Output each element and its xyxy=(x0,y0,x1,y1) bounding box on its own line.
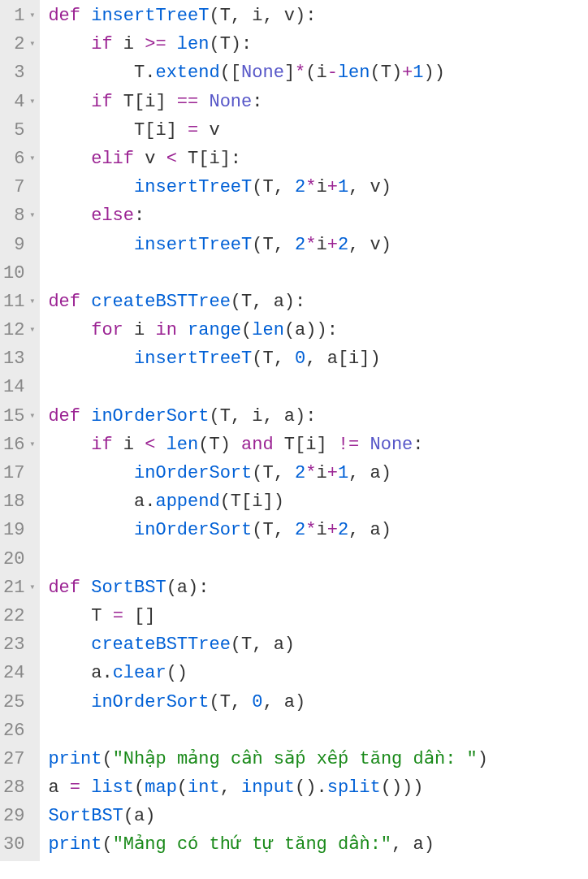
fold-toggle-icon[interactable]: ▾ xyxy=(27,8,35,24)
code-token: else xyxy=(91,201,134,230)
line-number: 25 xyxy=(3,688,35,717)
code-line[interactable]: def SortBST(a): xyxy=(48,574,588,602)
fold-toggle-icon[interactable]: ▾ xyxy=(27,323,35,338)
code-line[interactable]: def insertTreeT(T, i, v): xyxy=(48,2,588,30)
code-line[interactable]: insertTreeT(T, 2*i+2, v) xyxy=(48,231,588,259)
code-token: == xyxy=(177,88,198,116)
code-line[interactable]: T = [] xyxy=(48,602,588,630)
code-token: : xyxy=(413,431,423,459)
code-token: (T, xyxy=(252,344,295,373)
code-token: def xyxy=(48,288,91,316)
code-token: + xyxy=(327,173,338,201)
code-token: (T, a) xyxy=(231,630,295,659)
code-token: T[i] xyxy=(274,431,338,459)
code-line[interactable]: a.clear() xyxy=(48,659,588,687)
fold-toggle-icon[interactable]: ▾ xyxy=(27,208,35,223)
code-line[interactable]: else: xyxy=(48,201,588,230)
code-token: (T, i, v): xyxy=(209,2,316,30)
code-line[interactable]: T[i] = v xyxy=(48,116,588,145)
code-token: ())) xyxy=(381,773,424,802)
code-token: (T, xyxy=(252,173,295,201)
code-line[interactable]: SortBST(a) xyxy=(48,802,588,830)
code-line[interactable] xyxy=(48,717,588,745)
code-line[interactable]: a.append(T[i]) xyxy=(48,487,588,516)
fold-toggle-icon[interactable]: ▾ xyxy=(27,437,35,452)
code-token: ( xyxy=(134,773,145,802)
line-number: 17 xyxy=(3,459,35,487)
line-number: 18 xyxy=(3,487,35,516)
code-token: len xyxy=(166,431,199,459)
code-token: 2 xyxy=(295,459,305,487)
code-token: : xyxy=(252,88,262,116)
code-token: < xyxy=(145,431,155,459)
code-line[interactable]: def createBSTTree(T, a): xyxy=(48,288,588,316)
code-token: if xyxy=(91,30,112,58)
code-token: if xyxy=(91,88,112,116)
code-token: + xyxy=(327,459,338,487)
line-number: 30 xyxy=(3,830,35,859)
fold-toggle-icon[interactable]: ▾ xyxy=(27,294,35,310)
code-token: v xyxy=(198,116,219,145)
line-number: 22 xyxy=(3,602,35,630)
fold-toggle-icon[interactable]: ▾ xyxy=(27,94,35,110)
code-token: createBSTTree xyxy=(91,630,231,659)
code-line[interactable] xyxy=(48,373,588,401)
code-line[interactable] xyxy=(48,259,588,288)
code-token: a. xyxy=(134,487,155,516)
code-line[interactable]: print("Mảng có thứ tự tăng dần:", a) xyxy=(48,830,588,859)
code-token: i xyxy=(123,316,156,344)
code-token: ) xyxy=(478,745,488,773)
code-line[interactable]: inOrderSort(T, 2*i+2, a) xyxy=(48,516,588,544)
code-line[interactable]: a = list(map(int, input().split())) xyxy=(48,773,588,802)
code-token: elif xyxy=(91,145,134,173)
code-line[interactable]: insertTreeT(T, 0, a[i]) xyxy=(48,344,588,373)
code-token: print xyxy=(48,830,102,859)
code-line[interactable]: elif v < T[i]: xyxy=(48,145,588,173)
code-token: len xyxy=(252,316,284,344)
code-token: insertTreeT xyxy=(134,344,252,373)
code-token: (a)): xyxy=(284,316,338,344)
code-line[interactable]: T.extend([None]*(i-len(T)+1)) xyxy=(48,58,588,87)
code-line[interactable]: for i in range(len(a)): xyxy=(48,316,588,344)
code-token: inOrderSort xyxy=(91,688,209,717)
code-token: i xyxy=(316,173,326,201)
code-token: ( xyxy=(241,316,252,344)
fold-toggle-icon[interactable]: ▾ xyxy=(27,580,35,595)
code-line[interactable]: inOrderSort(T, 2*i+1, a) xyxy=(48,459,588,487)
code-token: [] xyxy=(123,602,156,630)
line-number: 4▾ xyxy=(3,88,35,116)
code-line[interactable]: def inOrderSort(T, i, a): xyxy=(48,402,588,431)
code-line[interactable]: if i < len(T) and T[i] != None: xyxy=(48,431,588,459)
code-token: (T) xyxy=(370,58,403,87)
code-token: (a): xyxy=(166,574,210,602)
line-number: 15▾ xyxy=(3,402,35,431)
code-token: (T, xyxy=(252,516,295,544)
code-token: = xyxy=(70,773,80,802)
code-token: , v) xyxy=(348,231,391,259)
fold-toggle-icon[interactable]: ▾ xyxy=(27,151,35,167)
code-token: (T, xyxy=(252,459,295,487)
line-number: 3 xyxy=(3,58,35,87)
code-area[interactable]: def insertTreeT(T, i, v): if i >= len(T)… xyxy=(40,0,588,861)
code-line[interactable]: createBSTTree(T, a) xyxy=(48,630,588,659)
fold-toggle-icon[interactable]: ▾ xyxy=(27,37,35,52)
code-token: , v) xyxy=(348,173,391,201)
code-token: (T[i]) xyxy=(220,487,284,516)
code-token: SortBST xyxy=(91,574,166,602)
code-line[interactable]: insertTreeT(T, 2*i+1, v) xyxy=(48,173,588,201)
code-token: * xyxy=(305,231,316,259)
code-token: (). xyxy=(295,773,327,802)
code-token: a xyxy=(48,773,69,802)
code-token: insertTreeT xyxy=(134,231,252,259)
code-token: and xyxy=(241,431,274,459)
fold-toggle-icon[interactable]: ▾ xyxy=(27,409,35,424)
code-line[interactable]: if i >= len(T): xyxy=(48,30,588,58)
code-line[interactable]: print("Nhập mảng cần sắp xếp tăng dần: "… xyxy=(48,745,588,773)
code-token: T[i]: xyxy=(177,145,241,173)
code-line[interactable]: if T[i] == None: xyxy=(48,88,588,116)
code-token xyxy=(166,30,177,58)
code-token: len xyxy=(177,30,210,58)
code-line[interactable] xyxy=(48,545,588,574)
code-line[interactable]: inOrderSort(T, 0, a) xyxy=(48,688,588,717)
code-token: i xyxy=(113,30,145,58)
